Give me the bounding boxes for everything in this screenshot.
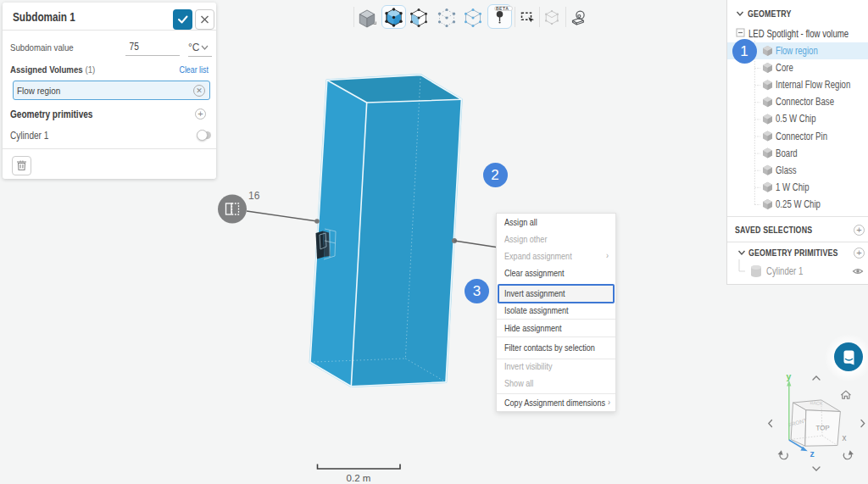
svg-text:TOP: TOP [815,424,830,432]
svg-text:x: x [843,433,847,442]
svg-text:16: 16 [248,190,260,202]
svg-text:z: z [810,448,815,459]
svg-text:y: y [787,371,792,381]
svg-text:0.2 m: 0.2 m [347,473,371,483]
svg-text:BACK: BACK [810,400,823,406]
